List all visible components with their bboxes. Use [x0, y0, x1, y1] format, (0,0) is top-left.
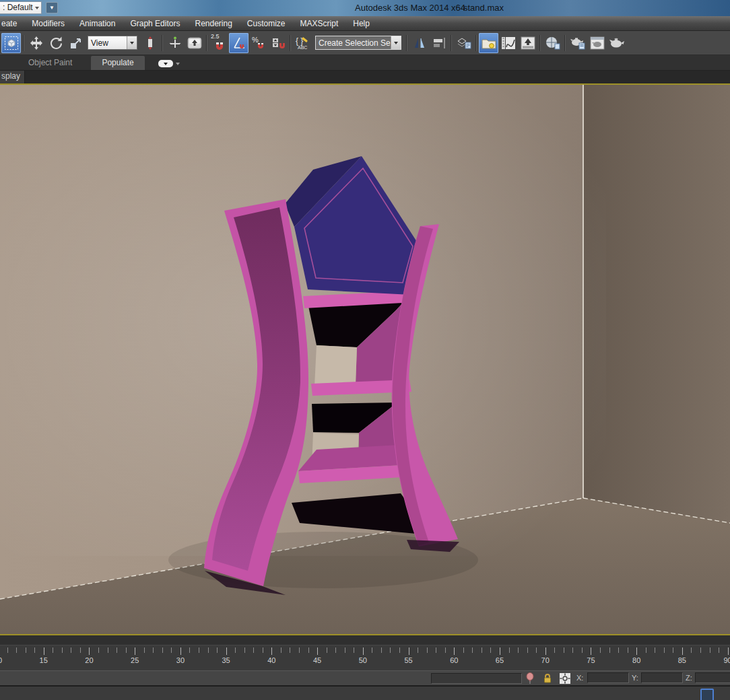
timeline-tick — [445, 648, 446, 653]
toolbar-separator — [162, 35, 163, 51]
timeline-tick — [372, 648, 372, 653]
reference-coordinate-system-dropdown[interactable]: View — [88, 36, 137, 50]
move-icon — [29, 36, 44, 50]
shelf-compartment-backlight — [314, 345, 357, 386]
select-object-button[interactable] — [1, 33, 21, 53]
timeline-tick — [217, 648, 218, 653]
perspective-viewport[interactable] — [0, 83, 730, 635]
timeline-tick — [609, 648, 610, 653]
timeline-label: 25 — [131, 656, 139, 664]
timeline-tick — [34, 648, 35, 653]
rendered-frame-window-button[interactable] — [587, 33, 607, 53]
timeline-tick — [308, 648, 309, 653]
selection-set-value: Create Selection Se — [316, 38, 391, 48]
timeline-label: 30 — [176, 656, 185, 664]
timeline-tick — [500, 648, 500, 655]
menu-item-modifiers[interactable]: Modifiers — [24, 19, 72, 28]
material-editor-icon — [545, 36, 561, 50]
svg-text:%: % — [252, 36, 259, 44]
timeline-tick — [482, 648, 482, 653]
timeline-tick — [564, 648, 564, 653]
spinner-snap-toggle-button[interactable] — [268, 33, 288, 53]
select-and-manipulate-button[interactable] — [165, 33, 185, 53]
menu-item-customize[interactable]: Customize — [240, 19, 293, 28]
timeline-tick — [26, 648, 26, 653]
time-tag-field[interactable] — [431, 673, 522, 684]
edit-named-selection-sets-button[interactable]: { } ABC — [293, 33, 312, 53]
percent-snap-toggle-button[interactable]: % — [248, 33, 268, 53]
workspace-selector[interactable]: : Default — [0, 1, 42, 14]
x-coordinate-field[interactable] — [587, 672, 629, 683]
rotate-icon — [48, 36, 63, 50]
toolbar-separator — [475, 35, 477, 51]
select-and-scale-button[interactable] — [65, 33, 85, 53]
angle-snap-icon — [232, 36, 246, 50]
toggle-layer-explorer-button[interactable] — [479, 33, 498, 53]
keyboard-shortcut-override-button[interactable] — [185, 33, 204, 53]
snaps-toggle-button[interactable]: 2.5 — [209, 33, 229, 53]
menu-item-animation[interactable]: Animation — [72, 19, 123, 28]
timeline-tick — [281, 648, 281, 653]
menu-items: eateModifiersAnimationGraph EditorsRende… — [0, 19, 377, 28]
angle-snap-toggle-button[interactable] — [229, 33, 248, 53]
timeline-tick — [253, 648, 254, 653]
menu-item-graph-editors[interactable]: Graph Editors — [123, 19, 187, 28]
coordinate-system-value: View — [88, 38, 127, 48]
ribbon-minimize-icon — [158, 60, 173, 67]
time-slider-ruler[interactable]: 1015202530354045505560657075808590 — [0, 645, 730, 670]
ribbon-tab-object-paint[interactable]: Object Paint — [18, 56, 83, 70]
toolbar-separator — [451, 35, 452, 51]
schematic-view-button[interactable] — [518, 33, 537, 53]
select-and-rotate-button[interactable] — [46, 33, 65, 53]
render-production-button[interactable] — [607, 33, 626, 53]
ribbon-overflow-button[interactable] — [158, 60, 180, 67]
layer-explorer-icon — [481, 36, 497, 50]
ribbon-tab-populate[interactable]: Populate — [91, 56, 144, 70]
magnet-icon — [212, 38, 227, 53]
absolute-mode-transform-type-in[interactable] — [559, 672, 571, 685]
named-selection-sets-dropdown[interactable]: Create Selection Se — [315, 36, 401, 50]
material-editor-button[interactable] — [543, 33, 562, 53]
timeline-tick — [554, 648, 555, 653]
svg-text:ABC: ABC — [298, 45, 307, 50]
timeline-label: 15 — [40, 656, 48, 664]
menu-item-rendering[interactable]: Rendering — [187, 19, 239, 28]
z-coordinate-field[interactable] — [695, 672, 730, 683]
timeline-tick — [244, 648, 245, 653]
timeline-tick — [582, 648, 583, 653]
selection-lock-toggle[interactable] — [541, 672, 554, 685]
timeline-label: 80 — [632, 656, 640, 664]
workspace-flyout-button[interactable]: ▼ — [46, 2, 58, 13]
align-button[interactable] — [429, 33, 449, 53]
dropdown-arrow-button[interactable] — [391, 36, 401, 49]
select-and-move-button[interactable] — [26, 33, 46, 53]
timeline-tick — [472, 648, 473, 653]
panel-tab-display[interactable]: splay — [0, 71, 25, 83]
timeline-tick — [226, 648, 227, 655]
timeline-tick — [490, 648, 491, 653]
use-pivot-point-center-button[interactable] — [140, 33, 160, 53]
timeline-tick — [673, 648, 673, 653]
manage-layers-button[interactable] — [454, 33, 473, 53]
timeline-tick — [618, 648, 619, 653]
render-setup-button[interactable] — [568, 33, 587, 53]
lock-icon — [543, 673, 552, 684]
app-title: Autodesk 3ds Max 2014 x64 — [355, 3, 465, 13]
timeline-tick — [263, 648, 263, 653]
mirror-button[interactable] — [409, 33, 429, 53]
toolbar-separator — [206, 35, 207, 51]
menu-item-maxscript[interactable]: MAXScript — [293, 19, 346, 28]
y-coordinate-field[interactable] — [641, 672, 683, 683]
timeline-tick — [682, 648, 683, 655]
curve-editor-button[interactable] — [498, 33, 518, 53]
timeline-tick — [62, 648, 63, 653]
menu-item-help[interactable]: Help — [345, 19, 377, 28]
dropdown-arrow-button[interactable] — [127, 36, 137, 49]
timeline-tick — [600, 648, 601, 653]
timeline-label: 35 — [222, 656, 230, 664]
isolate-selection-toggle[interactable] — [524, 672, 536, 685]
timeline-tick — [418, 648, 418, 653]
timeline-tick — [16, 648, 17, 653]
grid-snap-corner-button[interactable] — [700, 689, 714, 700]
menu-item-eate[interactable]: eate — [0, 19, 24, 28]
